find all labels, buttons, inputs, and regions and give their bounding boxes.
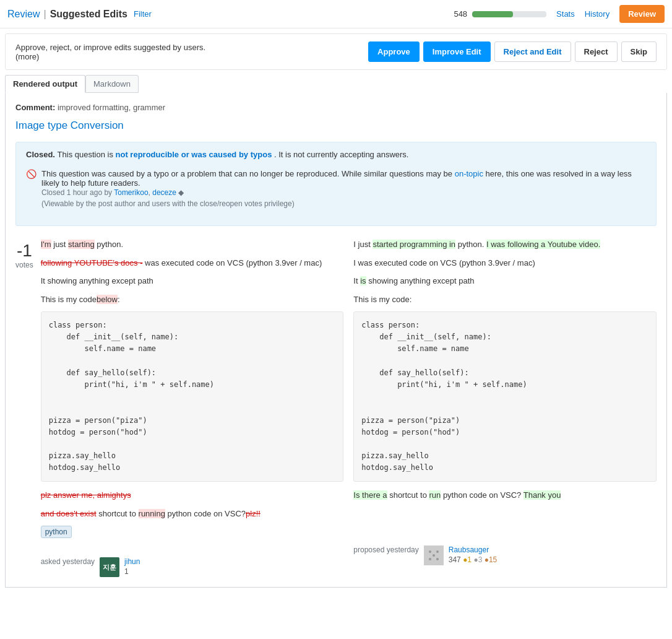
closed-viewable: (Viewable by the post author and users w… xyxy=(41,199,646,208)
avatar-image xyxy=(424,546,444,565)
header: Review | Suggested Edits Filter 548 Stat… xyxy=(0,0,672,28)
tab-rendered[interactable]: Rendered output xyxy=(5,75,85,93)
deleted-doest: and does't exist xyxy=(41,509,97,518)
closed-by-text: Closed 1 hour ago by Tomerikoo, deceze ◆ xyxy=(41,188,184,197)
deleted-im: I'm xyxy=(41,240,51,249)
approve-button[interactable]: Approve xyxy=(368,41,420,62)
history-link[interactable]: History xyxy=(585,9,610,19)
silver-badge: ●3 xyxy=(473,555,482,564)
closed-header-text: This question is xyxy=(58,150,116,159)
left-para5: plz answer me, almightys xyxy=(41,489,344,502)
content-area: Comment: improved formatting, grammer Im… xyxy=(5,93,667,588)
svg-point-4 xyxy=(436,558,439,560)
deleted-plz: plz answer me, almightys xyxy=(41,490,131,500)
comment-label: Comment: xyxy=(15,103,55,112)
left-user-card: asked yesterday 지훈 jihun 1 xyxy=(41,557,140,577)
deleted-below: below xyxy=(97,295,118,304)
left-para6: and does't exist shortcut to running pyt… xyxy=(41,508,344,520)
tomerikoo-link[interactable]: Tomerikoo xyxy=(114,188,148,197)
main-content-row: -1 votes I'm just starting python. follo… xyxy=(15,238,657,577)
main-text-area: I'm just starting python. following YOUT… xyxy=(41,238,657,577)
gold-badge: ●1 xyxy=(463,555,472,564)
right-code-block: class person: def __init__(self, name): … xyxy=(353,311,657,482)
added-is: is xyxy=(360,276,366,285)
more-link[interactable]: (more) xyxy=(15,52,39,61)
diff-container: I'm just starting python. following YOUT… xyxy=(41,238,657,577)
question-title[interactable]: Image type Conversion xyxy=(15,120,657,132)
right-user-rep: 347 ●1 ●3 ●15 xyxy=(449,555,498,564)
review-button[interactable]: Review xyxy=(619,5,665,23)
left-avatar: 지훈 xyxy=(100,557,119,577)
right-para4: This is my code: xyxy=(353,293,657,306)
right-para3: It is showing anything except path xyxy=(353,275,657,287)
svg-point-5 xyxy=(433,554,435,557)
header-title: Review | Suggested Edits Filter xyxy=(7,9,152,20)
right-para1: I just started programming in python. I … xyxy=(353,238,657,251)
progress-bar xyxy=(472,11,546,17)
improve-edit-button[interactable]: Improve Edit xyxy=(423,41,491,62)
deleted-running: running xyxy=(139,509,165,518)
info-message: Approve, reject, or improve edits sugges… xyxy=(15,43,205,52)
added-is-there: Is there a xyxy=(353,490,387,500)
svg-point-1 xyxy=(429,550,431,553)
skip-button[interactable]: Skip xyxy=(621,41,657,62)
left-user-info: jihun 1 xyxy=(124,557,140,576)
left-column: I'm just starting python. following YOUT… xyxy=(41,238,344,577)
asked-label: asked yesterday xyxy=(41,557,95,566)
closed-after-link: . It is not currently accepting answers. xyxy=(274,150,408,159)
closed-bold: Closed. xyxy=(26,150,55,159)
added-youtube: I was following a Youtube video. xyxy=(486,240,600,249)
closed-notice: Closed. This question is not reproducibl… xyxy=(15,142,657,226)
comment-row: Comment: improved formatting, grammer xyxy=(15,103,657,112)
closed-header: Closed. This question is not reproducibl… xyxy=(26,150,646,159)
right-para2: I was executed code on VCS (python 3.9ve… xyxy=(353,257,657,269)
deleted-starting: starting xyxy=(68,240,95,249)
action-buttons: Approve Improve Edit Reject and Edit Rej… xyxy=(368,41,657,62)
not-reproducible-link[interactable]: not reproducible or was caused by typos xyxy=(116,150,272,159)
svg-point-3 xyxy=(429,558,431,560)
right-column: I just started programming in python. I … xyxy=(353,238,657,577)
separator: | xyxy=(43,9,46,20)
right-user-info: Raubsauger 347 ●1 ●3 ●15 xyxy=(449,546,498,564)
left-para4: This is my codebelow: xyxy=(41,293,344,306)
right-footer: proposed yesterday xyxy=(353,546,657,565)
left-para2: following YOUTUBE's docs - was executed … xyxy=(41,257,344,269)
closed-inner-text: This question was caused by a typo or a … xyxy=(41,169,646,208)
diamond-icon: ◆ xyxy=(178,188,184,197)
review-link[interactable]: Review xyxy=(7,9,40,20)
tab-markdown[interactable]: Markdown xyxy=(85,75,139,93)
on-topic-link[interactable]: on-topic xyxy=(455,169,483,178)
deleted-plzll: plz!! xyxy=(246,509,261,518)
proposed-label: proposed yesterday xyxy=(353,546,418,554)
svg-point-2 xyxy=(436,550,439,553)
reject-button[interactable]: Reject xyxy=(575,41,618,62)
deceze-link[interactable]: deceze xyxy=(152,188,176,197)
stats-link[interactable]: Stats xyxy=(556,9,575,19)
bronze-badge: ●15 xyxy=(485,555,498,564)
reject-and-edit-button[interactable]: Reject and Edit xyxy=(494,41,571,62)
closed-text1: This question was caused by a typo or a … xyxy=(41,169,455,178)
left-user-rep: 1 xyxy=(124,567,140,576)
info-text: Approve, reject, or improve edits sugges… xyxy=(15,43,205,61)
left-para1: I'm just starting python. xyxy=(41,238,344,251)
progress-fill xyxy=(472,11,513,17)
page-title: Suggested Edits xyxy=(50,9,127,20)
votes-number: -1 xyxy=(15,241,33,261)
right-user-card: proposed yesterday xyxy=(353,546,497,565)
progress-count: 548 xyxy=(454,9,467,19)
python-tag[interactable]: python xyxy=(41,526,72,538)
right-para5: Is there a shortcut to run python code o… xyxy=(353,489,657,502)
info-bar: Approve, reject, or improve edits sugges… xyxy=(5,33,667,70)
right-user-name[interactable]: Raubsauger xyxy=(449,546,498,554)
left-para3: It showing anything except path xyxy=(41,275,344,287)
left-user-name[interactable]: jihun xyxy=(124,557,140,566)
deleted-following: following YOUTUBE's docs - xyxy=(41,258,143,267)
left-footer: asked yesterday 지훈 jihun 1 xyxy=(41,557,344,577)
closed-inner: 🚫 This question was caused by a typo or … xyxy=(26,164,646,213)
closed-icon: 🚫 xyxy=(26,169,37,208)
added-run: run xyxy=(429,490,441,500)
votes-label: votes xyxy=(15,261,33,269)
filter-link[interactable]: Filter xyxy=(134,9,152,19)
comma: , xyxy=(149,188,150,197)
right-avatar xyxy=(424,546,444,565)
